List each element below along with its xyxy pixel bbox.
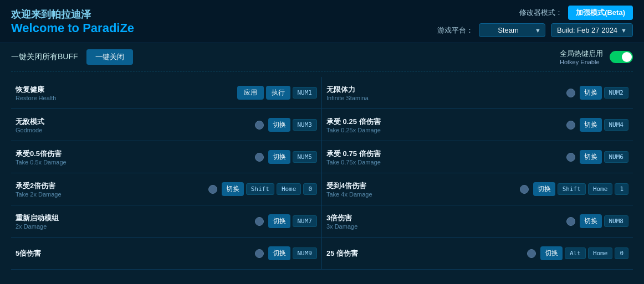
key-badge: Home	[588, 247, 613, 259]
feature-toggle-dot[interactable]	[255, 121, 264, 130]
feature-name-en: 3x Damage	[326, 223, 562, 230]
content: 一键关闭所有BUFF 一键关闭 全局热键启用 Hotkey Enable 恢复健…	[0, 43, 644, 275]
key-badge: NUM2	[604, 87, 629, 99]
feature-controls: 切换NUM4	[580, 118, 629, 132]
feature-toggle-dot[interactable]	[208, 185, 217, 194]
feature-name-en: Take 0.75x Damage	[326, 159, 562, 166]
toggle-button[interactable]: 切换	[580, 86, 602, 100]
build-badge[interactable]: Build: Feb 27 2024 ▼	[551, 23, 633, 37]
feature-toggle-dot[interactable]	[255, 153, 264, 162]
feature-name-en: 2x Damage	[16, 223, 251, 230]
feature-info: 无限体力Infinite Stamina	[326, 85, 562, 101]
toggle-button[interactable]: 切换	[580, 214, 602, 228]
feature-controls: 切换NUM5	[268, 150, 318, 164]
feature-row: 重新启动模组2x Damage切换NUM7	[11, 205, 322, 237]
close-all-button[interactable]: 一键关闭	[86, 49, 133, 65]
feature-toggle-dot[interactable]	[566, 121, 575, 130]
feature-row: 无敌模式Godmode切换NUM3	[11, 109, 322, 141]
platform-label: 游戏平台：	[437, 25, 473, 35]
feature-info: 受到4倍伤害Take 4x Damage	[326, 181, 515, 198]
toggle-button[interactable]: 切换	[268, 150, 290, 164]
feature-toggle-dot[interactable]	[566, 89, 575, 97]
mode-badge: 加强模式(Beta)	[568, 6, 633, 20]
hotkey-toggle[interactable]	[610, 51, 633, 63]
feature-info: 承受 0.25 倍伤害Take 0.25x Damage	[326, 117, 562, 133]
feature-controls: 切换AltHome0	[540, 246, 628, 260]
key-badge: NUM1	[293, 87, 318, 99]
title-en: Welcome to ParadiZe	[11, 21, 134, 35]
key-badge: 0	[303, 183, 317, 195]
feature-row: 承受 0.75 倍伤害Take 0.75x Damage切换NUM6	[322, 141, 633, 173]
feature-row: 承受 0.25 倍伤害Take 0.25x Damage切换NUM4	[322, 109, 633, 141]
feature-name-cn: 5倍伤害	[16, 249, 251, 259]
mode-row: 修改器模式： 加强模式(Beta)	[519, 6, 633, 20]
toggle-button[interactable]: 切换	[540, 246, 563, 260]
feature-controls: 切换NUM2	[580, 86, 629, 100]
hotkey-label-cn: 全局热键启用	[560, 49, 603, 59]
toggle-button[interactable]: 切换	[268, 118, 290, 132]
hotkey-labels: 全局热键启用 Hotkey Enable	[560, 49, 603, 65]
feature-row: 承受2倍伤害Take 2x Damage切换ShiftHome0	[11, 173, 322, 205]
feature-info: 承受2倍伤害Take 2x Damage	[16, 181, 204, 198]
feature-controls: 切换NUM6	[580, 150, 629, 164]
feature-name-en: Godmode	[16, 127, 251, 133]
feature-controls: 切换NUM7	[268, 214, 318, 228]
toggle-button[interactable]: 切换	[268, 214, 290, 228]
feature-toggle-dot[interactable]	[255, 217, 264, 226]
header-right: 修改器模式： 加强模式(Beta) 游戏平台： Steam ▼ Build: F…	[437, 6, 633, 37]
feature-controls: 切换ShiftHome1	[533, 182, 628, 196]
feature-info: 承受 0.75 倍伤害Take 0.75x Damage	[326, 149, 562, 166]
feature-toggle-dot[interactable]	[566, 217, 575, 226]
feature-name-cn: 恢复健康	[16, 85, 233, 95]
feature-name-cn: 3倍伤害	[326, 213, 562, 223]
toggle-button[interactable]: 切换	[580, 150, 602, 164]
key-badge: Shift	[246, 183, 274, 195]
feature-name-en: Take 4x Damage	[326, 191, 515, 198]
feature-toggle-dot[interactable]	[520, 185, 529, 194]
key-badge: 1	[615, 183, 628, 195]
feature-controls: 应用执行NUM1	[237, 86, 318, 100]
feature-info: 25 倍伤害	[326, 249, 523, 259]
feature-name-en: Take 2x Damage	[16, 191, 204, 198]
toggle-button[interactable]: 切换	[580, 118, 602, 132]
platform-wrapper[interactable]: Steam ▼	[479, 23, 545, 37]
toggle-button[interactable]: 切换	[222, 182, 244, 196]
title-cn: 欢迎来到帕拉迪泽	[11, 8, 134, 21]
feature-info: 承受0.5倍伤害Take 0.5x Damage	[16, 149, 251, 166]
features-grid: 恢复健康Restore Health应用执行NUM1无限体力Infinite S…	[11, 77, 633, 270]
feature-row: 恢复健康Restore Health应用执行NUM1	[11, 77, 322, 109]
exec-button[interactable]: 执行	[266, 86, 290, 100]
key-badge: Home	[588, 183, 613, 195]
feature-name-en: Take 0.5x Damage	[16, 159, 251, 166]
feature-controls: 切换NUM3	[268, 118, 318, 132]
header: 欢迎来到帕拉迪泽 Welcome to ParadiZe 修改器模式： 加强模式…	[0, 0, 644, 43]
chevron-down-icon: ▼	[621, 27, 627, 34]
toggle-button[interactable]: 切换	[268, 246, 290, 260]
feature-name-cn: 承受0.5倍伤害	[16, 149, 251, 159]
feature-row: 受到4倍伤害Take 4x Damage切换ShiftHome1	[322, 173, 633, 205]
feature-toggle-dot[interactable]	[527, 249, 536, 258]
apply-button[interactable]: 应用	[237, 86, 264, 100]
feature-controls: 切换NUM9	[268, 246, 318, 260]
feature-name-en: Restore Health	[16, 95, 233, 101]
platform-row: 游戏平台： Steam ▼ Build: Feb 27 2024 ▼	[437, 23, 633, 37]
feature-name-cn: 承受 0.75 倍伤害	[326, 149, 562, 159]
feature-row: 5倍伤害切换NUM9	[11, 237, 322, 270]
feature-name-cn: 承受2倍伤害	[16, 181, 204, 191]
feature-name-cn: 25 倍伤害	[326, 249, 523, 259]
key-badge: NUM8	[604, 215, 629, 227]
platform-select[interactable]: Steam	[479, 23, 545, 37]
top-bar-right: 全局热键启用 Hotkey Enable	[560, 49, 633, 65]
toggle-button[interactable]: 切换	[533, 182, 555, 196]
close-all-label: 一键关闭所有BUFF	[11, 52, 78, 62]
feature-info: 3倍伤害3x Damage	[326, 213, 562, 230]
feature-toggle-dot[interactable]	[255, 249, 264, 258]
feature-info: 重新启动模组2x Damage	[16, 213, 251, 230]
key-badge: NUM9	[293, 247, 318, 259]
hotkey-label-en: Hotkey Enable	[560, 59, 603, 65]
key-badge: NUM3	[293, 119, 318, 131]
key-badge: NUM5	[293, 151, 318, 163]
feature-name-cn: 无敌模式	[16, 117, 251, 127]
feature-toggle-dot[interactable]	[566, 153, 575, 162]
feature-name-en: Infinite Stamina	[326, 95, 562, 101]
